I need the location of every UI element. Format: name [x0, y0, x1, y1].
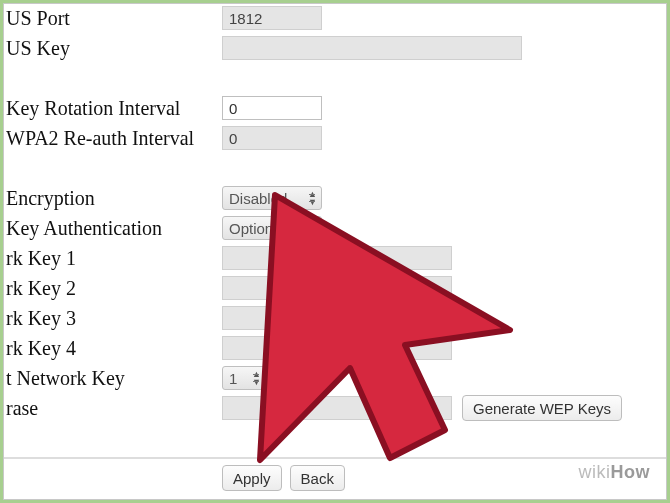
- wpa2-reauth-input[interactable]: [222, 126, 322, 150]
- rk-key1-input[interactable]: [222, 246, 452, 270]
- label-network-key: t Network Key: [4, 367, 125, 390]
- select-caret-icon: ▲▼: [252, 370, 261, 386]
- apply-button[interactable]: Apply: [222, 465, 282, 491]
- label-key-auth: Key Authentication: [4, 217, 162, 240]
- network-key-select-value: 1: [229, 370, 237, 387]
- select-caret-icon: ▲▼: [308, 220, 317, 236]
- us-port-input[interactable]: [222, 6, 322, 30]
- label-rk-key4: rk Key 4: [4, 337, 76, 360]
- generate-wep-keys-button[interactable]: Generate WEP Keys: [462, 395, 622, 421]
- footer-actions: Apply Back: [4, 457, 666, 491]
- encryption-select[interactable]: Disabled ▲▼: [222, 186, 322, 210]
- encryption-select-value: Disabled: [229, 190, 287, 207]
- label-rk-key3: rk Key 3: [4, 307, 76, 330]
- us-key-input[interactable]: [222, 36, 522, 60]
- settings-panel: US Port US Key Key Rotation Interval WPA…: [3, 3, 667, 500]
- label-wpa2-reauth: WPA2 Re-auth Interval: [4, 127, 194, 150]
- rk-key3-input[interactable]: [222, 306, 452, 330]
- wireless-security-form: US Port US Key Key Rotation Interval WPA…: [4, 4, 666, 499]
- select-caret-icon: ▲▼: [308, 190, 317, 206]
- label-us-key: US Key: [4, 37, 70, 60]
- label-encryption: Encryption: [4, 187, 95, 210]
- network-key-select[interactable]: 1 ▲▼: [222, 366, 266, 390]
- key-auth-select-value: Optional: [229, 220, 285, 237]
- rase-input[interactable]: [222, 396, 452, 420]
- wikihow-watermark: wikiHow: [579, 462, 651, 483]
- label-rk-key2: rk Key 2: [4, 277, 76, 300]
- key-auth-select[interactable]: Optional ▲▼: [222, 216, 322, 240]
- key-rotation-input[interactable]: [222, 96, 322, 120]
- rk-key2-input[interactable]: [222, 276, 452, 300]
- label-rk-key1: rk Key 1: [4, 247, 76, 270]
- label-rase: rase: [4, 397, 38, 420]
- label-key-rotation: Key Rotation Interval: [4, 97, 180, 120]
- back-button[interactable]: Back: [290, 465, 345, 491]
- rk-key4-input[interactable]: [222, 336, 452, 360]
- label-us-port: US Port: [4, 7, 70, 30]
